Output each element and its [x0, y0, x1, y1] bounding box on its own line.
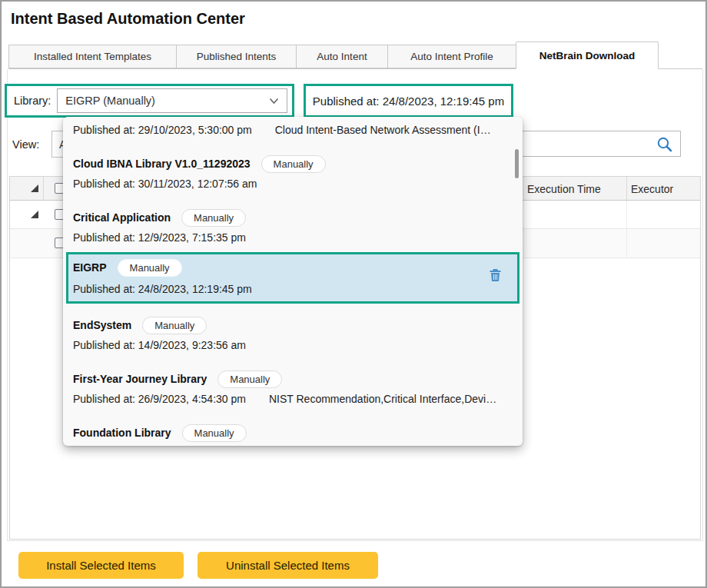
library-selected-value: EIGRP (Manually) [65, 95, 269, 107]
library-option-description: Cloud Intent-Based Network Assessment (I… [275, 124, 491, 136]
intent-automation-center-window: { "page": { "title": "Intent Based Autom… [0, 0, 707, 588]
expand-all-triangle-icon[interactable] [31, 184, 38, 192]
tab-netbrain-download[interactable]: NetBrain Download [516, 42, 659, 69]
page-title: Intent Based Automation Center [11, 10, 245, 28]
library-option-name: EndSystem [73, 319, 131, 331]
library-published-at-text: Published at: 24/8/2023, 12:19:45 pm [313, 95, 504, 108]
library-option-name: Critical Application [73, 211, 171, 224]
library-dropdown-select[interactable]: EIGRP (Manually) [57, 88, 287, 113]
tab-auto-intent[interactable]: Auto Intent [296, 45, 388, 68]
manually-badge: Manually [118, 259, 182, 277]
library-option-endsystem[interactable]: EndSystemManuallyPublished at: 14/9/2023… [66, 316, 519, 370]
column-divider [626, 177, 627, 200]
tab-bar: Installed Intent TemplatesPublished Inte… [8, 42, 702, 69]
tab-installed-intent-templates[interactable]: Installed Intent Templates [8, 45, 177, 68]
tab-auto-intent-profile[interactable]: Auto Intent Profile [387, 45, 516, 68]
library-option-published-at: Published at: 24/8/2023, 12:19:45 pm [73, 283, 252, 295]
column-divider [626, 201, 627, 228]
expand-row-triangle-icon[interactable] [31, 211, 38, 218]
column-divider [626, 229, 627, 257]
library-option-cloud-ibna-library-v1-0-11292023[interactable]: Cloud IBNA Library V1.0_11292023Manually… [66, 154, 519, 208]
column-header-executor[interactable]: Executor [631, 177, 673, 201]
dropdown-scrollbar-thumb[interactable] [515, 149, 519, 178]
library-option-published-at: Published at: 26/9/2023, 4:54:30 pm [73, 393, 246, 405]
library-option-partial[interactable]: Published at: 29/10/2023, 5:30:00 pmClou… [66, 117, 519, 154]
manually-badge: Manually [217, 370, 282, 388]
column-divider [43, 177, 44, 200]
manually-badge: Manually [261, 155, 326, 173]
install-selected-items-button[interactable]: Install Selected Items [18, 552, 184, 579]
library-dropdown-list: Published at: 29/10/2023, 5:30:00 pmClou… [63, 117, 523, 446]
uninstall-selected-items-button[interactable]: Uninstall Selected Items [197, 552, 378, 579]
library-option-foundation-library[interactable]: Foundation LibraryManuallyPublished at: … [66, 424, 519, 446]
manually-badge: Manually [142, 317, 207, 334]
library-option-published-at: Published at: 30/11/2023, 12:07:56 am [73, 178, 257, 190]
tab-published-intents[interactable]: Published Intents [176, 45, 297, 68]
library-option-published-at: Published at: 29/10/2023, 5:30:00 pm [73, 124, 252, 136]
chevron-down-icon [269, 98, 279, 105]
manually-badge: Manually [182, 424, 247, 442]
delete-library-trash-icon[interactable] [489, 268, 502, 282]
search-icon[interactable] [656, 136, 673, 153]
manually-badge: Manually [181, 209, 246, 227]
library-option-eigrp[interactable]: EIGRPManuallyPublished at: 24/8/2023, 12… [66, 252, 519, 304]
library-option-published-at: Published at: 12/9/2023, 7:15:35 pm [73, 231, 246, 244]
library-option-description: NIST Recommendation,Critical Interface,D… [269, 393, 496, 405]
library-option-first-year-journey-library[interactable]: First-Year Journey LibraryManuallyPublis… [66, 370, 519, 424]
library-published-at-highlight-box: Published at: 24/8/2023, 12:19:45 pm [304, 84, 513, 118]
library-selector-highlight-box: Library: EIGRP (Manually) [5, 84, 294, 118]
library-label: Library: [14, 95, 51, 107]
library-option-name: EIGRP [73, 261, 107, 274]
column-header-execution-time[interactable]: Execution Time [527, 177, 601, 201]
library-option-name: Foundation Library [73, 427, 171, 439]
library-option-name: First-Year Journey Library [73, 373, 207, 385]
library-option-name: Cloud IBNA Library V1.0_11292023 [73, 158, 251, 170]
view-label: View: [12, 138, 39, 151]
library-option-published-at: Published at: 14/9/2023, 9:23:56 am [73, 339, 246, 351]
